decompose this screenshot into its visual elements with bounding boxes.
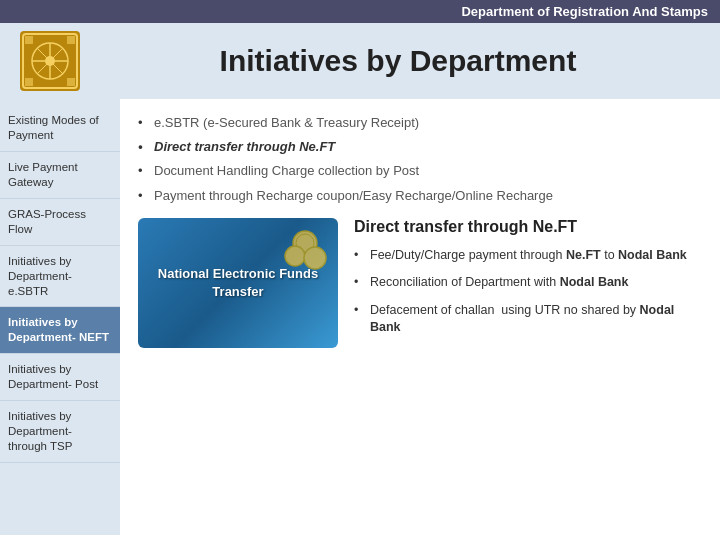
neft-bullet-list: Fee/Duty/Charge payment through Ne.FT to…	[354, 244, 702, 340]
top-bar-title: Department of Registration And Stamps	[461, 4, 708, 19]
sidebar-item-tsp[interactable]: Initiatives by Department- through TSP	[0, 401, 120, 463]
neft-bullet-3: Defacement of challan using UTR no share…	[354, 299, 702, 340]
svg-rect-8	[25, 36, 33, 44]
neft-bullet-2: Reconciliation of Department with Nodal …	[354, 271, 702, 295]
bullet-item-neft: Direct transfer through Ne.FT	[138, 135, 702, 159]
bullet-item-esbtr: e.SBTR (e-Secured Bank & Treasury Receip…	[138, 111, 702, 135]
svg-rect-9	[67, 36, 75, 44]
sidebar-item-neft[interactable]: Initiatives by Department- NEFT	[0, 307, 120, 354]
main-content: Existing Modes of Payment Live Payment G…	[0, 99, 720, 535]
sidebar-item-esbtr[interactable]: Initiatives by Department- e.SBTR	[0, 246, 120, 308]
neft-details: Direct transfer through Ne.FT Fee/Duty/C…	[354, 218, 702, 348]
bullet-item-recharge: Payment through Recharge coupon/Easy Rec…	[138, 184, 702, 208]
neft-bullet-1: Fee/Duty/Charge payment through Ne.FT to…	[354, 244, 702, 268]
header: Initiatives by Department	[0, 23, 720, 99]
neft-image: National Electronic Funds Transfer	[138, 218, 338, 348]
svg-rect-10	[25, 78, 33, 86]
sidebar-item-live-payment[interactable]: Live Payment Gateway	[0, 152, 120, 199]
neft-image-label: National Electronic Funds Transfer	[138, 257, 338, 309]
svg-point-7	[45, 56, 55, 66]
top-bar: Department of Registration And Stamps	[0, 0, 720, 23]
sidebar: Existing Modes of Payment Live Payment G…	[0, 99, 120, 535]
page-title: Initiatives by Department	[96, 44, 700, 78]
logo-icon	[20, 31, 80, 91]
sidebar-item-existing-modes[interactable]: Existing Modes of Payment	[0, 105, 120, 152]
sidebar-item-gras[interactable]: GRAS-Process Flow	[0, 199, 120, 246]
content-area: e.SBTR (e-Secured Bank & Treasury Receip…	[120, 99, 720, 535]
svg-rect-11	[67, 78, 75, 86]
bullet-item-post: Document Handling Charge collection by P…	[138, 159, 702, 183]
sidebar-item-post[interactable]: Initiatives by Department- Post	[0, 354, 120, 401]
neft-section-title: Direct transfer through Ne.FT	[354, 218, 702, 236]
neft-section: National Electronic Funds Transfer Direc…	[138, 218, 702, 348]
main-bullet-list: e.SBTR (e-Secured Bank & Treasury Receip…	[138, 111, 702, 208]
